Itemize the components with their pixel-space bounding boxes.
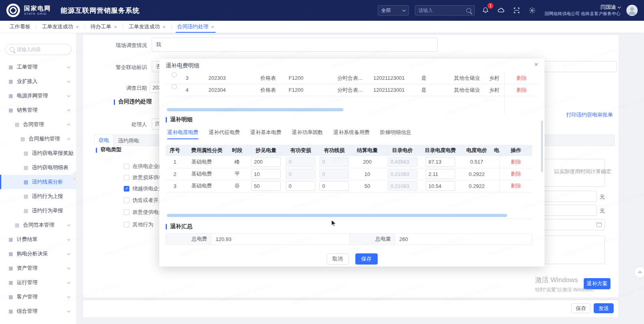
sidebar-search-input[interactable]: [17, 47, 67, 52]
delete-row-link[interactable]: 删除: [517, 87, 527, 93]
doc-icon: [23, 179, 29, 185]
refund-month-row[interactable]: 3 202303 价格表 F1200 分时合表... 12021123001 是…: [166, 72, 532, 84]
col-var-loss: 有功变损: [284, 145, 317, 156]
search-scope-select[interactable]: 全部: [378, 5, 409, 16]
org-name: 国网临猗供电公司 临猗县客户服务中心: [545, 11, 620, 16]
delete-row-link[interactable]: 删除: [511, 183, 521, 189]
sidebar-item-breach-theft-detail-table[interactable]: 违约窃电明细表: [0, 160, 76, 175]
close-icon[interactable]: ×: [76, 24, 79, 30]
tab-refund-energy-fee[interactable]: 退补电度电费: [167, 129, 198, 139]
checkbox-theft-type-4[interactable]: 故意使供电企: [124, 209, 164, 216]
settings-button[interactable]: [527, 6, 537, 15]
survey-input[interactable]: [152, 38, 438, 52]
sidebar-item-power-grid-connection[interactable]: 电源并网管理: [0, 89, 76, 103]
chevron-down-icon: [402, 8, 406, 11]
checkbox-theft-type-1[interactable]: 故意损坏供电: [124, 174, 164, 181]
row-radio[interactable]: [172, 84, 177, 89]
sidebar-item-power-purchase-analysis[interactable]: 购电分析决策: [0, 247, 76, 261]
close-icon[interactable]: ×: [114, 24, 117, 30]
list-fee-input[interactable]: [426, 157, 455, 167]
cloud-sync-button[interactable]: [496, 6, 506, 15]
sidebar-item-contract-performance-mgmt[interactable]: 合同履约管理: [0, 132, 76, 146]
refund-month-row[interactable]: 4 202304 价格表 F1200 分时合表... 12021123001 是…: [166, 84, 532, 96]
sidebar-item-breach-behavior-tipoff[interactable]: 违约行为举报: [0, 203, 76, 218]
checkbox-theft-type-3[interactable]: 伪造或者开启: [124, 197, 164, 204]
sidebar-item-contract-template-mgmt[interactable]: 合同范本管理: [0, 218, 76, 232]
var-loss-input: [286, 169, 315, 179]
calendar-icon[interactable]: [596, 222, 602, 227]
close-icon[interactable]: ×: [162, 24, 166, 30]
tab-refund-power-factor[interactable]: 退补功率因数: [292, 129, 323, 139]
row-radio[interactable]: [172, 72, 177, 77]
tab-dashboard[interactable]: 工作看板: [4, 21, 36, 33]
tab-refund-collection-fee[interactable]: 退补代征电费: [209, 129, 240, 139]
person-icon: [626, 5, 638, 16]
sidebar-item-sales-mgmt[interactable]: 销售管理: [0, 103, 76, 117]
tab-breach-usage[interactable]: 违约用电: [118, 137, 139, 144]
modal-close-icon[interactable]: ×: [534, 61, 538, 69]
fullscreen-button[interactable]: [512, 6, 521, 15]
delete-row-link[interactable]: 删除: [511, 171, 521, 177]
chevron-down-icon: [67, 251, 70, 255]
checkbox-icon: [124, 164, 129, 169]
modal-save-button[interactable]: 保存: [355, 253, 378, 265]
sidebar-search[interactable]: [5, 44, 71, 55]
tab-label: 待办工单: [91, 23, 111, 30]
sidebar-item-billing-settlement[interactable]: 计费结算: [0, 232, 76, 247]
refund-fee-detail-modal: 退补电费明细 × 3 202303 价格表 F1200 分时合表... 1202…: [159, 59, 545, 267]
checkbox-theft-type-2[interactable]: 绕越供电企业: [124, 185, 164, 192]
list-fee-input[interactable]: [426, 181, 455, 191]
chevron-down-icon: [67, 294, 70, 298]
checkbox-theft-type-0[interactable]: 在供电企业的: [124, 163, 164, 170]
sidebar-item-asset-mgmt[interactable]: 资产管理: [0, 261, 76, 275]
horizontal-scrollbar[interactable]: [167, 108, 343, 111]
tab-contract-breach-active[interactable]: 合同违约处理×: [172, 21, 220, 33]
survey-label: 现场调查情况: [98, 42, 147, 49]
close-icon[interactable]: ×: [211, 24, 214, 30]
line-loss-input[interactable]: [319, 181, 349, 191]
read-qty-input[interactable]: [251, 169, 281, 179]
page-save-button[interactable]: 保存: [571, 303, 590, 313]
global-search[interactable]: [415, 5, 475, 16]
sidebar-item-operation-mgmt[interactable]: 运行管理: [0, 275, 76, 290]
sidebar-item-breach-theft-report-reward[interactable]: 违约窃电举报奖励: [0, 146, 76, 160]
horizontal-scrollbar[interactable]: [167, 214, 507, 217]
sidebar-item-contract-mgmt[interactable]: 合同管理: [0, 117, 76, 132]
delete-row-link[interactable]: 删除: [511, 159, 521, 165]
back-to-top-button[interactable]: [634, 266, 644, 278]
sidebar-item-breach-clue-analysis[interactable]: 违约线索分析: [0, 175, 76, 189]
global-search-input[interactable]: [418, 8, 464, 13]
read-qty-input[interactable]: [251, 157, 281, 167]
user-menu[interactable]: 闫国迪: [545, 4, 620, 11]
col-fee-category: 费用属性分类: [184, 145, 226, 156]
tab-workorder-sent-1[interactable]: 工单发送成功×: [36, 21, 85, 33]
print-approval-link[interactable]: 打印违约窃电审批单: [566, 111, 613, 119]
checkbox-theft-type-5[interactable]: 其他行为: [124, 221, 153, 228]
sidebar-item-breach-behavior-report[interactable]: 违约行为上报: [0, 189, 76, 203]
sidebar-item-comprehensive-mgmt[interactable]: 综合管理: [0, 304, 76, 318]
delete-row-link[interactable]: 删除: [517, 75, 527, 81]
page-send-button[interactable]: 发送: [594, 303, 614, 313]
tab-theft[interactable]: 窃电: [94, 134, 113, 146]
tab-todo-workorders[interactable]: 待办工单×: [85, 21, 123, 33]
tab-refund-basic-fee[interactable]: 退补基本电费: [250, 129, 281, 139]
tab-workorder-sent-2[interactable]: 工单发送成功×: [123, 21, 171, 33]
cancel-button[interactable]: 取消: [327, 253, 349, 265]
doc-icon: [20, 136, 26, 142]
search-icon[interactable]: [466, 8, 471, 13]
sidebar-item-customer-mgmt[interactable]: 客户管理: [0, 290, 76, 304]
checkbox-checked-icon: [124, 186, 129, 192]
module-icon: [8, 265, 14, 271]
sidebar-item-business-expansion[interactable]: 业扩接入: [0, 74, 76, 89]
refund-plan-button[interactable]: 退补方案: [584, 278, 610, 289]
notifications-button[interactable]: 1: [481, 6, 490, 15]
avatar[interactable]: [626, 5, 638, 16]
sidebar-collapse-handle[interactable]: ‹: [73, 172, 77, 185]
vertical-scrollbar[interactable]: [541, 121, 543, 172]
var-loss-input[interactable]: [286, 181, 315, 191]
sidebar-item-work-order-mgmt[interactable]: 工单管理: [0, 60, 76, 74]
tab-refund-system-reserve-fee[interactable]: 退补系统备用费: [333, 129, 370, 139]
list-fee-input[interactable]: [426, 169, 455, 179]
read-qty-input[interactable]: [251, 181, 281, 191]
tab-ladder-detail-info[interactable]: 阶梯明细信息: [380, 129, 411, 139]
